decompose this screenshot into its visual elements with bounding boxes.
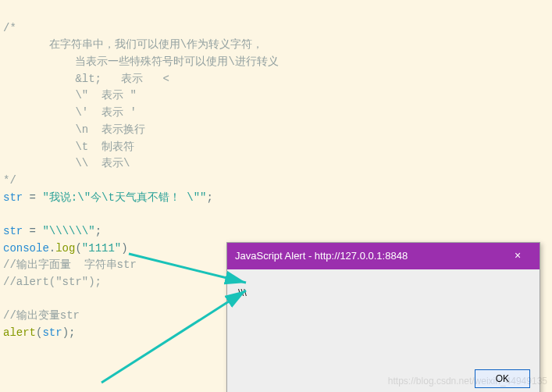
comment-close: */	[3, 174, 16, 187]
code-paren: (	[75, 242, 81, 255]
code-ident: str	[42, 326, 62, 339]
comment-line: //输出变量str	[3, 309, 80, 322]
code-string: "我说:\"今\t天气真不错！ \""	[42, 191, 206, 204]
comment-line: 当表示一些特殊符号时可以使用\进行转义	[3, 55, 279, 68]
comment-line: \\ 表示\	[3, 157, 130, 169]
code-string: "1111"	[82, 242, 121, 255]
code-op: =	[30, 225, 43, 237]
code-ident: str	[3, 225, 30, 237]
code-dot: .	[49, 242, 55, 255]
code-ident: str	[3, 191, 30, 204]
code-string: "\\\\\\"	[42, 225, 94, 237]
alert-body-text: \\\	[227, 269, 540, 363]
comment-open: /*	[3, 22, 16, 34]
comment-line: //alert("str");	[3, 276, 101, 288]
alert-titlebar: JavaScript Alert - http://127.0.0.1:8848…	[227, 243, 540, 269]
comment-line: \" 表示 "	[3, 89, 137, 102]
code-paren: )	[62, 326, 69, 339]
code-semi: ;	[95, 225, 101, 237]
comment-line: 在字符串中，我们可以使用\作为转义字符，	[3, 38, 263, 51]
comment-line: \t 制表符	[3, 141, 134, 153]
code-func: log	[55, 242, 75, 255]
code-ident: console	[3, 242, 49, 255]
comment-line: //输出字面量 字符串str	[3, 258, 137, 271]
code-func: alert	[3, 326, 36, 339]
alert-dialog: JavaScript Alert - http://127.0.0.1:8848…	[226, 242, 540, 392]
code-semi: ;	[206, 191, 212, 204]
alert-title-text: JavaScript Alert - http://127.0.0.1:8848	[235, 248, 504, 264]
watermark-text: https://blog.csdn.net/weixin_44949135	[388, 374, 547, 389]
code-semi: ;	[69, 326, 75, 339]
comment-line: \' 表示 '	[3, 106, 137, 119]
comment-line: &lt; 表示 <	[3, 73, 169, 85]
code-paren: )	[121, 242, 127, 255]
code-op: =	[30, 191, 43, 204]
close-icon[interactable]: ×	[504, 248, 532, 265]
comment-line: \n 表示换行	[3, 123, 145, 136]
